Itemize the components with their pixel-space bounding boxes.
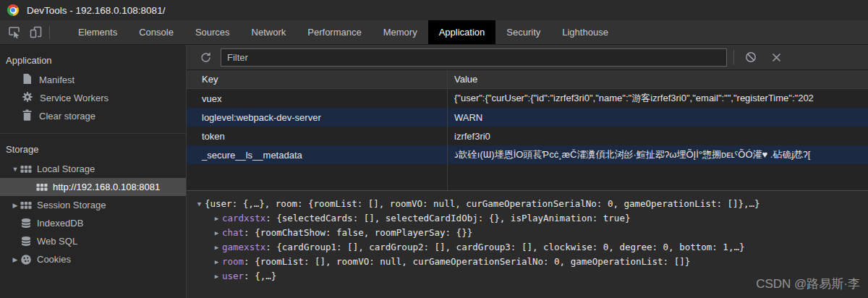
title-bar: DevTools - 192.168.0.108:8081/ bbox=[0, 0, 868, 20]
block-icon[interactable] bbox=[744, 50, 758, 64]
sidebar-item-service-workers[interactable]: Service Workers bbox=[0, 89, 186, 107]
table-row[interactable]: token izrfef3ri0 bbox=[187, 127, 868, 145]
sidebar-item-indexeddb[interactable]: IndexedDB bbox=[0, 214, 186, 232]
close-icon[interactable] bbox=[769, 50, 783, 64]
cookie-icon bbox=[20, 254, 32, 265]
column-header-value[interactable]: Value bbox=[447, 70, 868, 88]
row-key: loglevel:webpack-dev-server bbox=[187, 108, 447, 127]
preview-property[interactable]: ▶chat: {roomChatShow: false, roomPlayerS… bbox=[194, 226, 868, 240]
row-value: ﺫ歆硂ı(Ɯ)堘恩İΟ頭萇Ƥcċ¸æČ瀖瀵㑯北㳔㣍·鰚扯翆ʔω埋ÕĮİ°惣搠ᴅᴇ… bbox=[447, 145, 868, 164]
row-value: WARN bbox=[447, 108, 868, 127]
gear-icon bbox=[22, 91, 33, 105]
tab-lighthouse[interactable]: Lighthouse bbox=[551, 20, 619, 44]
table-icon bbox=[36, 182, 48, 192]
row-key: _secure__ls__metadata bbox=[187, 145, 447, 164]
inspect-element-icon[interactable] bbox=[7, 25, 21, 40]
tab-application[interactable]: Application bbox=[428, 20, 496, 44]
preview-root-object[interactable]: ▼{user: {,…}, room: {roomList: [], roomV… bbox=[194, 197, 868, 211]
row-key: token bbox=[187, 127, 447, 145]
expand-arrow-closed-icon: ▶ bbox=[211, 226, 222, 240]
sidebar-item-session-storage[interactable]: ▶ Session Storage bbox=[0, 196, 186, 214]
sidebar-item-manifest[interactable]: Manifest bbox=[0, 71, 186, 89]
sidebar-item-web-sql[interactable]: Web SQL bbox=[0, 232, 186, 250]
trash-icon bbox=[22, 109, 33, 123]
database-icon bbox=[20, 236, 32, 247]
column-header-key[interactable]: Key bbox=[187, 70, 447, 88]
preview-property[interactable]: ▶gamexstx: {cardGroup1: [], cardGroup2: … bbox=[194, 240, 868, 255]
sidebar-section-storage: Storage bbox=[0, 140, 186, 160]
database-icon bbox=[20, 218, 32, 229]
expand-arrow-open-icon: ▼ bbox=[194, 197, 205, 211]
devtools-tab-bar: Elements Console Sources Network Perform… bbox=[0, 20, 868, 45]
sidebar-item-local-storage-origin[interactable]: http://192.168.0.108:8081 bbox=[0, 178, 186, 196]
toolbar-separator bbox=[733, 50, 734, 64]
chrome-logo-icon bbox=[7, 4, 19, 16]
sidebar-item-label: Cookies bbox=[37, 254, 71, 265]
sidebar-item-cookies[interactable]: ▶ Cookies bbox=[0, 250, 186, 268]
sidebar-item-label: Clear storage bbox=[39, 111, 95, 122]
row-key: vuex bbox=[187, 89, 447, 108]
tab-performance[interactable]: Performance bbox=[297, 20, 372, 44]
tab-network[interactable]: Network bbox=[241, 20, 297, 44]
table-row[interactable]: loglevel:webpack-dev-server WARN bbox=[187, 108, 868, 127]
application-sidebar: Application Manifest bbox=[0, 45, 187, 298]
chevron-right-icon[interactable]: ▶ bbox=[10, 256, 20, 263]
tab-security[interactable]: Security bbox=[495, 20, 551, 44]
toolbar-separator bbox=[49, 26, 50, 39]
storage-toolbar bbox=[187, 45, 868, 70]
row-value: {"user":{"curUser":{"id":"izrfef3ri0","n… bbox=[447, 89, 868, 108]
file-icon bbox=[22, 73, 33, 87]
sidebar-divider bbox=[0, 133, 186, 134]
csdn-watermark: CSDN @路易斯·李 bbox=[756, 276, 860, 292]
tab-memory[interactable]: Memory bbox=[373, 20, 428, 44]
table-header-row: Key Value bbox=[187, 70, 868, 89]
expand-arrow-closed-icon: ▶ bbox=[211, 255, 222, 269]
sidebar-item-clear-storage[interactable]: Clear storage bbox=[0, 107, 186, 125]
preview-property[interactable]: ▶cardxstx: {selectedCards: [], selectedC… bbox=[194, 211, 868, 226]
row-value: izrfef3ri0 bbox=[447, 127, 868, 145]
expand-arrow-closed-icon: ▶ bbox=[211, 240, 222, 255]
expand-arrow-closed-icon: ▶ bbox=[211, 269, 222, 284]
refresh-icon[interactable] bbox=[198, 50, 213, 64]
sidebar-item-local-storage[interactable]: ▼ Local Storage bbox=[0, 160, 186, 178]
tab-elements[interactable]: Elements bbox=[67, 20, 128, 44]
sidebar-item-label: Manifest bbox=[39, 74, 75, 85]
sidebar-item-label: Local Storage bbox=[37, 163, 95, 174]
chevron-down-icon[interactable]: ▼ bbox=[10, 166, 20, 173]
tab-sources[interactable]: Sources bbox=[184, 20, 241, 44]
devtools-window: DevTools - 192.168.0.108:8081/ Elements … bbox=[0, 0, 868, 298]
storage-items-table: Key Value vuex {"user":{"curUser":{"id":… bbox=[187, 70, 868, 190]
device-toolbar-icon[interactable] bbox=[28, 25, 43, 40]
expand-arrow-closed-icon: ▶ bbox=[211, 211, 222, 226]
sidebar-item-label: Service Workers bbox=[40, 93, 109, 103]
table-icon bbox=[20, 200, 32, 210]
column-resize-handle[interactable] bbox=[447, 70, 448, 190]
preview-property[interactable]: ▶room: {roomList: [], roomVO: null, curG… bbox=[194, 255, 868, 269]
sidebar-item-label: Session Storage bbox=[37, 200, 106, 210]
tab-console[interactable]: Console bbox=[128, 20, 184, 44]
local-storage-panel: Key Value vuex {"user":{"curUser":{"id":… bbox=[187, 45, 868, 298]
filter-input[interactable] bbox=[221, 48, 727, 67]
window-title: DevTools - 192.168.0.108:8081/ bbox=[27, 5, 165, 16]
sidebar-item-label: Web SQL bbox=[37, 236, 77, 247]
sidebar-section-application: Application bbox=[0, 51, 186, 71]
chevron-right-icon[interactable]: ▶ bbox=[10, 202, 20, 209]
panel-tabs: Elements Console Sources Network Perform… bbox=[67, 20, 619, 44]
table-icon bbox=[20, 164, 32, 174]
table-row[interactable]: vuex {"user":{"curUser":{"id":"izrfef3ri… bbox=[187, 89, 868, 108]
sidebar-item-label: http://192.168.0.108:8081 bbox=[53, 182, 160, 192]
table-row[interactable]: _secure__ls__metadata ﺫ歆硂ı(Ɯ)堘恩İΟ頭萇Ƥcċ¸æ… bbox=[187, 145, 868, 164]
sidebar-item-label: IndexedDB bbox=[37, 218, 83, 229]
